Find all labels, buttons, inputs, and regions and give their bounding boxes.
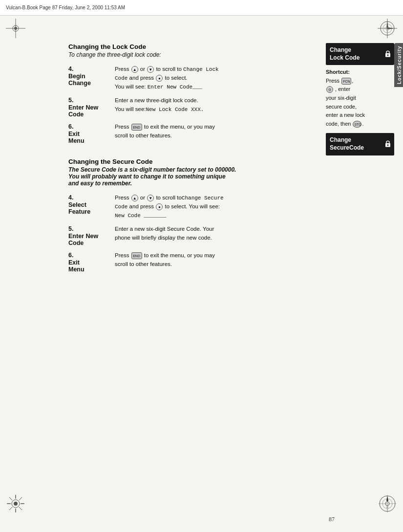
section-change-lock-code: Changing the Lock Code To change the thr… — [68, 43, 300, 147]
secure-code-steps: 4. SelectFeature Press ▲ or ▼ to scroll … — [68, 194, 300, 276]
fcn-button: FCN — [341, 78, 351, 85]
step-6-lock-content: Press END to exit the menu, or you may s… — [115, 123, 300, 147]
step-4-secure-label: 4. SelectFeature — [68, 194, 115, 225]
step-5-lock-label: 5. Enter NewCode — [68, 96, 115, 123]
step-4-lock-label: 4. BeginChange — [68, 65, 115, 96]
step-6-secure-label: 6. ExitMenu — [68, 251, 115, 276]
corner-br — [378, 494, 397, 513]
step-6-secure-number: 6. — [68, 252, 73, 259]
corner-tr — [378, 19, 397, 38]
step-4-lock-title: BeginChange — [68, 73, 115, 87]
lock-code-heading: Changing the Lock Code — [68, 43, 300, 50]
change-secure-code-line1: Change — [330, 136, 351, 143]
select-btn-2: ● — [156, 203, 163, 210]
step-5-lock-number: 5. — [68, 97, 73, 104]
down-btn-1: ▼ — [147, 66, 154, 73]
step-5-secure-content: Enter a new six-digit Secure Code. Your … — [115, 225, 300, 251]
svg-line-18 — [9, 497, 12, 500]
secure-code-text: Code — [115, 204, 127, 210]
zero-button: 0 — [326, 86, 333, 93]
step-4-secure: 4. SelectFeature Press ▲ or ▼ to scroll … — [68, 194, 300, 225]
step-4-secure-title: SelectFeature — [68, 201, 115, 215]
corner-tl — [6, 19, 25, 38]
step-5-secure-number: 5. — [68, 225, 73, 232]
change-secure-code-line2: SecureCode — [330, 144, 364, 151]
step-5-lock: 5. Enter NewCode Enter a new three-digit… — [68, 96, 300, 123]
change-lock-code-line1: Change — [330, 46, 351, 53]
step-5-secure-label: 5. Enter NewCode — [68, 225, 115, 251]
step-6-lock-title: ExitMenu — [68, 131, 115, 144]
step-4-lock-content: Press ▲ or ▼ to scroll to Change Lock Co… — [115, 65, 300, 96]
corner-br-decoration — [378, 494, 397, 513]
corner-bl-decoration — [6, 494, 25, 513]
shortcut-press: Press — [326, 78, 341, 84]
lock-security-tab: Lock/Security — [394, 43, 403, 87]
step-5-lock-content: Enter a new three-digit lock code. You w… — [115, 96, 300, 123]
step-4-lock-number: 4. — [68, 66, 73, 72]
step-5-secure: 5. Enter NewCode Enter a new six-digit S… — [68, 225, 300, 251]
lock-icon-2 — [384, 139, 391, 147]
page-number: 87 — [329, 516, 335, 523]
svg-line-20 — [19, 497, 22, 500]
step-6-secure-title: ExitMenu — [68, 259, 115, 273]
lock-code-steps: 4. BeginChange Press ▲ or ▼ to scroll to… — [68, 65, 300, 147]
content-area: Changing the Lock Code To change the thr… — [68, 43, 300, 503]
corner-bl — [6, 494, 25, 513]
end-btn-1: END — [131, 124, 142, 131]
change-lock-menu-text: Change Lock — [183, 66, 219, 72]
new-lock-display: New Lock Code XXX. — [146, 107, 204, 112]
shortcut-label: Shortcut: — [326, 69, 350, 75]
shortcut-section: Shortcut: Press FCN, 0 , enteryour six-d… — [326, 68, 394, 128]
up-btn-1: ▲ — [131, 66, 138, 73]
step-6-lock-number: 6. — [68, 123, 73, 130]
lock-code-intro: To change the three-digit lock code: — [68, 51, 300, 58]
step-6-lock-label: 6. ExitMenu — [68, 123, 115, 147]
secure-code-intro: The Secure Code is a six-digit number fa… — [68, 166, 300, 187]
step-4-lock: 4. BeginChange Press ▲ or ▼ to scroll to… — [68, 65, 300, 96]
step-6-secure-content: Press END to exit the menu, or you may s… — [115, 251, 300, 276]
page: Vulcan-B.Book Page 87 Friday, June 2, 20… — [0, 0, 403, 532]
lock-icon — [384, 49, 391, 57]
svg-point-3 — [14, 27, 17, 30]
enter-new-code-display: Enter New Code___ — [148, 84, 202, 90]
down-btn-2: ▼ — [147, 195, 154, 201]
svg-point-32 — [387, 144, 389, 146]
change-lock-code-line2: Lock Code — [330, 54, 360, 61]
svg-line-21 — [9, 507, 12, 510]
code-text: Code — [115, 75, 127, 81]
select-btn-1: ● — [156, 75, 163, 82]
step-6-lock: 6. ExitMenu Press END to exit the menu, … — [68, 123, 300, 147]
svg-line-19 — [19, 507, 22, 510]
change-secure-menu-text: Change Secure — [182, 195, 224, 201]
svg-point-30 — [387, 54, 389, 56]
step-5-lock-title: Enter NewCode — [68, 104, 115, 118]
step-5-secure-title: Enter NewCode — [68, 233, 115, 246]
corner-tr-decoration — [378, 19, 397, 38]
header-text: Vulcan-B.Book Page 87 Friday, June 2, 20… — [6, 5, 125, 10]
header-bar: Vulcan-B.Book Page 87 Friday, June 2, 20… — [0, 0, 403, 16]
right-sidebar: Change Lock Code Lock/Security Shortcut:… — [326, 43, 394, 158]
new-code-display: New Code _______ — [115, 213, 167, 219]
step-4-secure-content: Press ▲ or ▼ to scroll toChange Secure C… — [115, 194, 300, 225]
secure-code-heading: Changing the Secure Code — [68, 158, 300, 165]
corner-tl-decoration — [6, 19, 25, 38]
sto-button: STO — [353, 121, 361, 128]
svg-point-13 — [14, 502, 18, 506]
change-secure-code-box: Change SecureCode — [326, 133, 394, 155]
section-change-secure-code: Changing the Secure Code The Secure Code… — [68, 158, 300, 276]
end-btn-2: END — [131, 252, 142, 259]
step-4-secure-number: 4. — [68, 194, 73, 201]
step-6-secure: 6. ExitMenu Press END to exit the menu, … — [68, 251, 300, 276]
up-btn-2: ▲ — [131, 195, 138, 201]
change-lock-code-box: Change Lock Code Lock/Security — [326, 43, 394, 65]
